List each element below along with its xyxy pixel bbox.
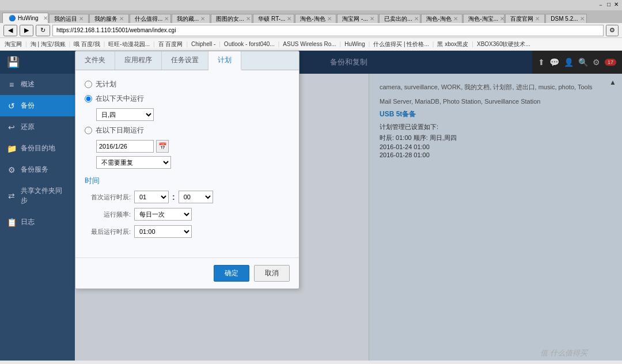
- bookmark-sep4: |: [153, 41, 155, 47]
- radio-run-date-input[interactable]: [85, 127, 92, 134]
- bookmark-taobao[interactable]: 淘宝网: [2, 40, 24, 49]
- tab-8[interactable]: 淘宝网 -... ✕: [337, 14, 378, 23]
- sync-icon: ⇄: [7, 191, 16, 200]
- bookmark-sep10: |: [433, 41, 434, 47]
- address-input[interactable]: https://192.168.1.110:15001/webman/index…: [52, 25, 604, 36]
- tab-my-orders[interactable]: 我的运目 ✕: [49, 14, 89, 23]
- window-controls[interactable]: － □ ✕: [598, 1, 619, 9]
- bookmark-huwing[interactable]: HuWing: [342, 40, 367, 48]
- bookmark-sep5: |: [186, 41, 188, 47]
- tab-5[interactable]: 图图的女... ✕: [211, 14, 252, 23]
- bookmark-11[interactable]: XBOX360软硬技术...: [475, 40, 533, 49]
- bookmark-7[interactable]: Outlook - forst040...: [222, 40, 277, 48]
- bookmark-5[interactable]: 百 百度网: [156, 40, 185, 49]
- run-date-label: 在以下日期运行: [96, 126, 144, 135]
- tab-favicon: 🔵: [9, 15, 16, 21]
- forward-button[interactable]: ▶: [20, 25, 33, 36]
- tab-3[interactable]: 什么值得... ✕: [130, 14, 171, 23]
- days-dropdown[interactable]: 日,四: [96, 108, 154, 121]
- watermark: 值 什么值得买: [540, 348, 587, 358]
- sidebar-item-backup-label: 备份: [21, 101, 35, 111]
- extensions-button[interactable]: ⚙: [606, 25, 619, 36]
- radio-run-date[interactable]: 在以下日期运行: [85, 126, 290, 135]
- tab-11[interactable]: 淘色-淘宝... ✕: [463, 14, 505, 23]
- tab-4[interactable]: 我的藏... ✕: [172, 14, 210, 23]
- bookmark-sep6: |: [219, 41, 221, 47]
- bookmark-sep1: |: [25, 41, 27, 47]
- radio-run-days[interactable]: 在以下天中运行: [85, 94, 290, 104]
- dialog-footer: 确定 取消: [75, 257, 299, 289]
- overview-icon: ≡: [7, 80, 16, 89]
- last-run-dropdown[interactable]: 01:00: [134, 225, 192, 238]
- sidebar-item-overview-label: 概述: [21, 79, 35, 89]
- repeat-wrap: 不需要重复: [96, 156, 290, 169]
- back-button[interactable]: ◀: [3, 25, 17, 36]
- tab-7[interactable]: 淘色-淘色 ✕: [295, 14, 336, 23]
- bookmarks-bar: 淘宝网 | 淘 | 淘宝/我账 | 哦 百度/我 | 旺旺-动漫花园... | …: [0, 38, 622, 51]
- bookmark-3[interactable]: 哦 百度/我: [71, 40, 103, 49]
- tab-huwing[interactable]: 🔵 HuWing ✕: [2, 13, 48, 23]
- radio-no-schedule-input[interactable]: [85, 81, 92, 88]
- sidebar-item-service[interactable]: ⚙ 备份服务: [0, 159, 75, 180]
- no-schedule-label: 无计划: [96, 79, 116, 89]
- tab-schedule[interactable]: 计划: [208, 51, 241, 70]
- minute-dropdown[interactable]: 00: [179, 191, 213, 203]
- first-run-label: 首次运行时辰:: [85, 193, 131, 202]
- sidebar-item-destination-label: 备份目的地: [21, 143, 55, 153]
- dialog-tabs: 文件夹 应用程序 任务设置 计划: [75, 51, 299, 70]
- sidebar-item-log[interactable]: 📋 日志: [0, 211, 75, 233]
- sidebar-item-overview[interactable]: ≡ 概述: [0, 74, 75, 95]
- bookmark-2[interactable]: 淘 | 淘宝/我账: [28, 40, 68, 49]
- radio-no-schedule[interactable]: 无计划: [85, 79, 290, 89]
- hour-dropdown[interactable]: 01: [134, 191, 169, 203]
- tab-task-settings[interactable]: 任务设置: [162, 51, 208, 70]
- browser-toolbar: ◀ ▶ ↻ https://192.168.1.110:15001/webman…: [0, 23, 622, 38]
- sidebar-item-restore[interactable]: ↩ 还原: [0, 116, 75, 138]
- tab-apps[interactable]: 应用程序: [115, 51, 162, 70]
- bookmark-9[interactable]: 什么值得买 | 性价格...: [371, 40, 431, 49]
- bookmark-sep11: |: [472, 41, 473, 47]
- destination-icon: 📁: [7, 144, 16, 153]
- last-run-row: 最后运行时辰: 01:00: [85, 225, 290, 238]
- bookmark-sep7: |: [278, 41, 280, 47]
- tab-6[interactable]: 华硕 RT-... ✕: [253, 14, 294, 23]
- browser-titlebar: － □ ✕: [0, 0, 622, 10]
- sidebar-item-restore-label: 还原: [21, 122, 35, 132]
- browser-tabs-bar: 🔵 HuWing ✕ 我的运目 ✕ 我的服务 ✕ 什么值得... ✕ 我的藏..…: [0, 10, 622, 23]
- sidebar-item-backup[interactable]: ↺ 备份: [0, 95, 75, 116]
- frequency-row: 运行频率: 每日一次: [85, 208, 290, 221]
- calendar-button[interactable]: 📅: [156, 140, 169, 153]
- tab-10[interactable]: 淘色-淘色 ✕: [421, 14, 462, 23]
- app-logo: 💾: [0, 51, 75, 74]
- days-sub-options: 日,四: [85, 108, 290, 121]
- first-run-row: 首次运行时辰: 01 : 00: [85, 191, 290, 203]
- main-content: 备份和复制 ⬆ 💬 👤 🔍 ⚙ 17 ▲ camera, surveillanc…: [75, 51, 622, 361]
- repeat-dropdown[interactable]: 不需要重复: [96, 156, 171, 169]
- bookmark-sep9: |: [369, 41, 370, 47]
- sidebar-item-sync-label: 共享文件夹同步: [21, 186, 68, 206]
- restore-icon: ↩: [7, 123, 16, 132]
- time-colon: :: [172, 192, 175, 202]
- dialog-overlay: 文件夹 应用程序 任务设置 计划 无计划 在以下天中运行: [75, 51, 622, 361]
- date-input-wrap: 2016/1/26 📅: [96, 140, 290, 153]
- tab-14[interactable]: DSM 5.2... ✕: [545, 14, 587, 23]
- confirm-button[interactable]: 确定: [214, 265, 249, 282]
- frequency-dropdown[interactable]: 每日一次: [134, 208, 192, 221]
- bookmark-6[interactable]: Chiphell -: [189, 40, 218, 48]
- bookmark-10[interactable]: 黑 xbox黑皮: [435, 40, 471, 49]
- sidebar-item-sync[interactable]: ⇄ 共享文件夹同步: [0, 180, 75, 211]
- tab-9[interactable]: 已卖出的... ✕: [379, 14, 420, 23]
- bookmark-4[interactable]: 旺旺-动漫花园...: [106, 40, 152, 49]
- reload-button[interactable]: ↻: [36, 25, 50, 36]
- run-days-label: 在以下天中运行: [96, 94, 144, 104]
- cancel-button[interactable]: 取消: [254, 265, 290, 282]
- dialog-body: 无计划 在以下天中运行 日,四 在以下日: [75, 70, 299, 252]
- date-input[interactable]: 2016/1/26: [96, 140, 154, 153]
- tab-folder[interactable]: 文件夹: [75, 51, 115, 70]
- tab-my-service[interactable]: 我的服务 ✕: [89, 14, 129, 23]
- radio-run-days-input[interactable]: [85, 95, 92, 103]
- tab-12[interactable]: 百度官网 ✕: [505, 14, 545, 23]
- sidebar-item-service-label: 备份服务: [21, 165, 48, 175]
- sidebar-item-destination[interactable]: 📁 备份目的地: [0, 138, 75, 159]
- bookmark-8[interactable]: ASUS Wireless Ro...: [280, 40, 338, 48]
